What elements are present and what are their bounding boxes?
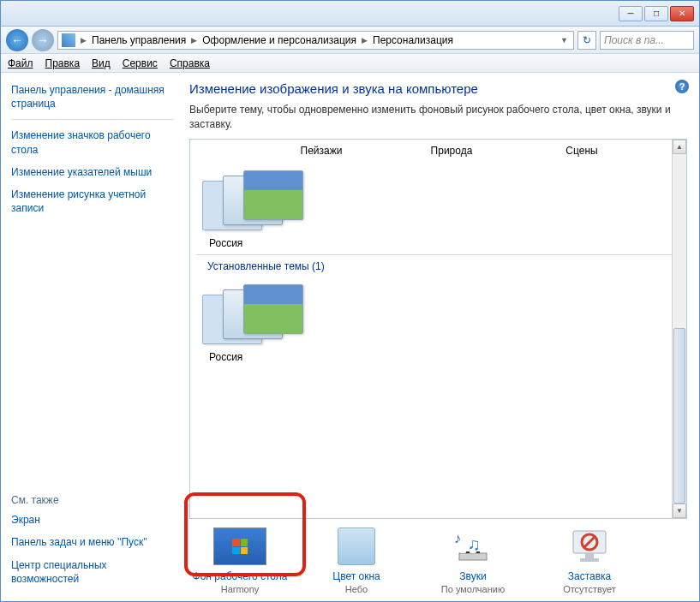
svg-rect-3 [461,551,464,553]
svg-rect-8 [585,553,594,558]
theme-label-nature: Природа [413,145,490,157]
personalization-options: Фон рабочего стола Harmony Цвет окна Неб… [189,519,687,594]
breadcrumb-mid[interactable]: Оформление и персонализация [200,34,358,46]
breadcrumb[interactable]: ▶ Панель управления ▶ Оформление и персо… [57,31,574,50]
back-button[interactable]: ← [6,29,28,51]
desktop-background-option[interactable]: Фон рабочего стола Harmony [189,527,290,594]
page-title: Изменение изображения и звука на компьют… [189,81,687,96]
see-also-label: См. также [11,494,174,506]
main-pane: ? Изменение изображения и звука на компь… [181,73,699,601]
option-value: Небо [306,584,407,594]
sidebar-account-picture-link[interactable]: Изменение рисунка учетной записи [11,188,174,215]
theme-label-scenes: Сцены [543,145,620,157]
minimize-button[interactable]: ─ [619,6,643,21]
sidebar: Панель управления - домашняя страница Из… [1,73,181,601]
breadcrumb-root[interactable]: Панель управления [90,34,188,46]
search-input[interactable]: Поиск в па... [600,31,694,50]
desktop-background-icon [213,527,266,565]
screensaver-option[interactable]: Заставка Отсутствует [539,527,640,594]
svg-text:♪: ♪ [454,531,461,545]
svg-rect-4 [466,551,470,553]
option-title: Фон рабочего стола [189,570,290,582]
scroll-thumb[interactable] [673,328,685,504]
control-panel-icon [62,33,75,47]
svg-rect-6 [476,551,480,553]
sidebar-home-link[interactable]: Панель управления - домашняя страница [11,83,174,110]
svg-rect-2 [459,553,487,560]
maximize-button[interactable]: □ [644,6,668,21]
menu-view[interactable]: Вид [92,57,111,69]
themes-list: Пейзажи Природа Сцены Россия Установленн… [189,139,687,519]
theme-russia[interactable]: Россия [202,167,314,249]
theme-label: Россия [202,351,314,363]
menu-help[interactable]: Справка [170,57,210,69]
page-description: Выберите тему, чтобы одновременно измени… [189,103,687,132]
installed-themes-header: Установленные темы (1) [197,254,679,276]
theme-thumb-icon [202,167,314,234]
sidebar-ease-link[interactable]: Центр специальных возможностей [11,558,174,586]
option-title: Цвет окна [306,570,407,582]
sounds-icon: ♪♫ [446,527,500,565]
scroll-up-button[interactable]: ▲ [673,140,686,154]
theme-label: Россия [202,237,314,249]
option-title: Заставка [539,570,640,582]
window-color-option[interactable]: Цвет окна Небо [306,527,407,594]
breadcrumb-leaf[interactable]: Персонализация [371,34,455,46]
theme-russia-installed[interactable]: Россия [202,281,314,363]
address-bar: ← → ▶ Панель управления ▶ Оформление и п… [1,27,699,54]
sidebar-screen-link[interactable]: Экран [11,513,174,527]
window-color-icon [338,527,375,565]
sidebar-mouse-pointers-link[interactable]: Изменение указателей мыши [11,165,174,179]
option-value: Harmony [189,584,290,594]
svg-rect-5 [471,551,475,553]
chevron-down-icon[interactable]: ▼ [559,36,570,45]
svg-rect-9 [580,558,599,562]
chevron-right-icon[interactable]: ▶ [189,36,199,45]
option-value: Отсутствует [539,584,640,594]
screensaver-icon [563,527,616,565]
sidebar-taskbar-link[interactable]: Панель задач и меню ''Пуск'' [11,535,174,549]
option-value: По умолчанию [422,584,524,594]
chevron-right-icon[interactable]: ▶ [79,36,88,45]
svg-text:♫: ♫ [468,534,481,553]
scroll-down-button[interactable]: ▼ [673,504,686,518]
refresh-button[interactable]: ↻ [577,31,596,50]
theme-thumb-icon [202,281,314,348]
sounds-option[interactable]: ♪♫ Звуки По умолчанию [422,527,524,594]
menu-service[interactable]: Сервис [123,57,158,69]
titlebar: ─ □ ✕ [1,1,699,27]
menubar: Файл Правка Вид Сервис Справка [1,54,699,73]
theme-label-landscapes: Пейзажи [283,145,360,157]
sidebar-desktop-icons-link[interactable]: Изменение значков рабочего стола [11,128,174,156]
menu-edit[interactable]: Правка [45,57,81,69]
chevron-right-icon[interactable]: ▶ [360,36,369,45]
help-icon[interactable]: ? [675,80,689,93]
close-button[interactable]: ✕ [670,6,694,21]
personalization-window: ─ □ ✕ ← → ▶ Панель управления ▶ Оформлен… [0,0,700,602]
option-title: Звуки [422,570,524,582]
forward-button[interactable]: → [32,29,54,51]
scrollbar[interactable]: ▲ ▼ [672,140,686,518]
menu-file[interactable]: Файл [8,57,33,69]
